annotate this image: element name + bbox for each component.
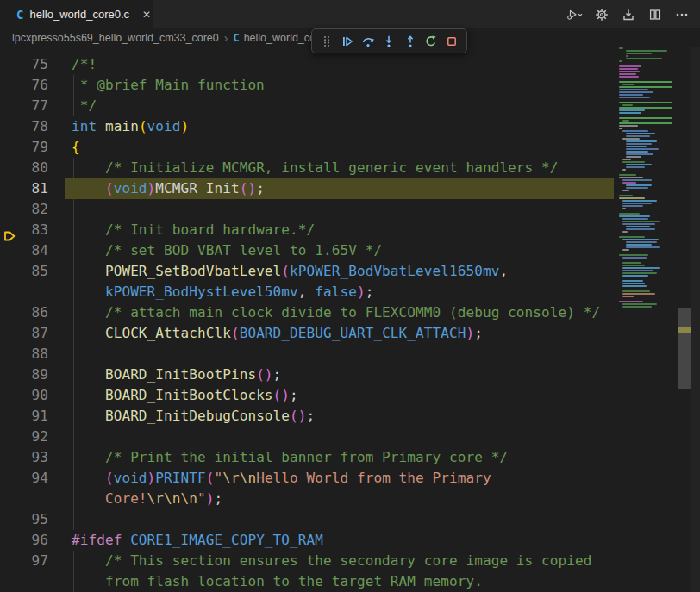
minimap-line <box>622 265 645 266</box>
minimap-line <box>619 97 650 98</box>
code-text: (void)MCMGR_Init(); <box>72 178 265 199</box>
minimap-line <box>619 89 648 90</box>
code-editor[interactable]: 75/*!76 * @brief Main function77 */78int… <box>0 47 617 592</box>
code-line[interactable]: 87 CLOCK_AttachClk(BOARD_DEBUG_UART_CLK_… <box>0 323 617 344</box>
minimap-line <box>622 293 655 295</box>
code-text: * @brief Main function <box>72 75 265 96</box>
minimap-line <box>622 223 655 225</box>
minimap-line <box>626 50 667 52</box>
line-number[interactable]: 88 <box>0 344 48 365</box>
code-line[interactable]: Core!\r\n\n"); <box>0 489 617 509</box>
minimap-line <box>626 133 655 134</box>
more-actions-icon[interactable] <box>672 5 691 24</box>
code-line[interactable]: 78int main(void) <box>0 116 617 137</box>
minimap-line <box>622 283 645 284</box>
line-number[interactable] <box>0 571 48 592</box>
minimap-line <box>619 236 645 238</box>
code-text: kPOWER_BodHystLevel50mv, false); <box>72 282 373 302</box>
code-line[interactable]: 91 BOARD_InitDebugConsole(); <box>0 406 617 427</box>
line-number[interactable]: 76 <box>0 75 48 96</box>
minimap-line <box>622 221 660 222</box>
line-number[interactable]: 89 <box>0 365 48 385</box>
code-line[interactable]: 83 /* Init board hardware.*/ <box>0 220 617 240</box>
tab-hello-world-core0[interactable]: C hello_world_core0.c ✕ <box>0 0 153 28</box>
line-number[interactable]: 96 <box>0 530 48 551</box>
minimap-line <box>619 301 643 302</box>
line-number[interactable] <box>0 489 48 509</box>
breadcrumb-folder[interactable]: lpcxpresso55s69_hello_world_cm33_core0 <box>12 32 219 44</box>
minimap-line <box>622 200 657 202</box>
line-number[interactable]: 97 <box>0 551 48 571</box>
code-line[interactable]: 81 (void)MCMGR_Init(); <box>0 178 617 199</box>
code-line[interactable]: 85 POWER_SetBodVbatLevel(kPOWER_BodVbatL… <box>0 261 617 282</box>
debug-restart-button[interactable] <box>422 32 441 51</box>
close-tab-icon[interactable]: ✕ <box>142 9 151 20</box>
line-number[interactable]: 77 <box>0 96 48 116</box>
line-number[interactable]: 82 <box>0 199 48 220</box>
code-text: POWER_SetBodVbatLevel(kPOWER_BodVbatLeve… <box>72 261 508 282</box>
editor-actions <box>566 0 691 28</box>
minimap-line <box>622 267 660 269</box>
split-editor-icon[interactable] <box>646 5 665 24</box>
minimap-line <box>619 215 650 217</box>
debug-step-out-button[interactable] <box>401 32 420 51</box>
minimap-line <box>626 148 659 150</box>
line-number[interactable]: 75 <box>0 54 48 75</box>
minimap[interactable] <box>617 47 678 592</box>
minimap-line <box>626 166 645 168</box>
line-number[interactable]: 80 <box>0 158 48 178</box>
code-line[interactable]: 76 * @brief Main function <box>0 75 617 96</box>
line-number[interactable]: 86 <box>0 302 48 323</box>
minimap-line <box>622 257 647 259</box>
code-line[interactable]: 93 /* Print the initial banner from Prim… <box>0 447 617 468</box>
code-line[interactable]: 82 <box>0 199 617 220</box>
line-number[interactable]: 94 <box>0 468 48 489</box>
code-line[interactable]: 75/*! <box>0 54 617 75</box>
line-number[interactable]: 81 <box>0 178 48 199</box>
code-line[interactable]: 80 /* Initialize MCMGR, install generic … <box>0 158 617 178</box>
code-line[interactable]: from flash location to the target RAM me… <box>0 571 617 592</box>
settings-gear-icon[interactable] <box>592 5 611 24</box>
scrollbar-slider[interactable] <box>678 308 691 389</box>
code-line[interactable]: 84 /* set BOD VBAT level to 1.65V */ <box>0 240 617 261</box>
line-number[interactable]: 87 <box>0 323 48 344</box>
minimap-line <box>622 231 628 233</box>
code-line[interactable]: 97 /* This section ensures the secondary… <box>0 551 617 571</box>
code-line[interactable]: 92 <box>0 427 617 447</box>
line-number[interactable]: 78 <box>0 116 48 137</box>
minimap-line <box>622 272 657 274</box>
debug-stop-button[interactable] <box>442 32 461 51</box>
code-line[interactable]: 94 (void)PRINTF("\r\nHello World from th… <box>0 468 617 489</box>
line-number[interactable] <box>0 282 48 302</box>
code-line[interactable]: 96#ifdef CORE1_IMAGE_COPY_TO_RAM <box>0 530 617 551</box>
minimap-line <box>626 164 652 165</box>
line-number[interactable]: 95 <box>0 509 48 530</box>
code-text: /* attach main clock divide to FLEXCOMM0… <box>72 302 600 323</box>
flash-download-icon[interactable] <box>619 5 638 24</box>
line-number[interactable]: 93 <box>0 447 48 468</box>
line-number[interactable]: 85 <box>0 261 48 282</box>
code-line[interactable]: 95 <box>0 509 617 530</box>
code-line[interactable]: 79{ <box>0 137 617 158</box>
code-line[interactable]: 77 */ <box>0 96 617 116</box>
line-number[interactable]: 92 <box>0 427 48 447</box>
minimap-line <box>622 306 652 308</box>
code-line[interactable]: 88 <box>0 344 617 365</box>
code-line[interactable]: 89 BOARD_InitBootPins(); <box>0 365 617 385</box>
debug-toolbar-drag-handle[interactable] <box>317 32 336 51</box>
line-number[interactable]: 90 <box>0 385 48 406</box>
code-line[interactable]: kPOWER_BodHystLevel50mv, false); <box>0 282 617 302</box>
code-line[interactable]: 90 BOARD_InitBootClocks(); <box>0 385 617 406</box>
minimap-line <box>622 161 645 163</box>
line-number[interactable]: 91 <box>0 406 48 427</box>
debug-step-into-button[interactable] <box>379 32 398 51</box>
code-line[interactable]: 86 /* attach main clock divide to FLEXCO… <box>0 302 617 323</box>
vertical-scrollbar[interactable] <box>678 47 691 592</box>
minimap-line <box>626 187 648 189</box>
line-number[interactable]: 84 <box>0 240 48 261</box>
debug-step-over-button[interactable] <box>359 32 378 51</box>
debug-continue-button[interactable] <box>338 32 357 51</box>
run-or-debug-button[interactable] <box>566 5 584 24</box>
line-number[interactable]: 79 <box>0 137 48 158</box>
minimap-line <box>619 76 639 78</box>
